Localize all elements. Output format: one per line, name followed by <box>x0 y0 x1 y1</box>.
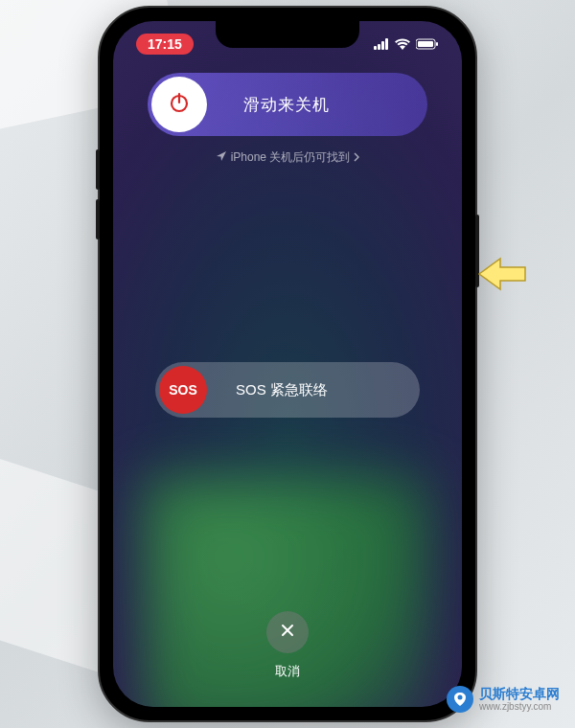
chevron-right-icon <box>354 151 359 165</box>
annotation-arrow-icon <box>477 255 527 293</box>
power-icon <box>168 91 191 118</box>
find-my-text: iPhone 关机后仍可找到 <box>231 149 351 166</box>
watermark-title: 贝斯特安卓网 <box>479 687 560 701</box>
phone-screen: 17:15 滑动来关机 <box>113 21 462 707</box>
cancel-label: 取消 <box>275 663 300 680</box>
power-off-knob[interactable] <box>151 77 207 132</box>
status-time-pill: 17:15 <box>136 34 194 55</box>
watermark-text: 贝斯特安卓网 www.zjbstyy.com <box>479 687 560 712</box>
status-indicators <box>374 38 439 50</box>
watermark-logo-icon <box>447 686 473 713</box>
volume-down-button[interactable] <box>96 199 100 239</box>
close-icon <box>279 622 296 643</box>
find-my-iphone-link[interactable]: iPhone 关机后仍可找到 <box>113 149 462 166</box>
cancel-button[interactable] <box>266 611 309 653</box>
watermark-url: www.zjbstyy.com <box>479 701 560 712</box>
power-off-label: 滑动来关机 <box>243 94 330 116</box>
watermark: 贝斯特安卓网 www.zjbstyy.com <box>447 686 560 713</box>
svg-rect-5 <box>418 41 433 47</box>
sos-label: SOS 紧急联络 <box>236 381 328 399</box>
svg-rect-0 <box>374 46 377 50</box>
svg-point-9 <box>458 695 463 700</box>
notch <box>216 21 359 48</box>
wifi-icon <box>395 38 410 50</box>
volume-up-button[interactable] <box>96 149 100 190</box>
emergency-sos-slider[interactable]: SOS SOS 紧急联络 <box>155 362 420 418</box>
sos-badge-text: SOS <box>169 382 197 398</box>
svg-rect-1 <box>378 44 380 50</box>
cancel-area: 取消 <box>113 611 462 680</box>
svg-rect-2 <box>381 41 384 50</box>
sos-knob[interactable]: SOS <box>159 366 207 414</box>
phone-device-frame: 17:15 滑动来关机 <box>98 6 477 722</box>
svg-rect-6 <box>436 42 438 46</box>
battery-icon <box>416 38 439 50</box>
location-icon <box>216 150 227 165</box>
slide-to-power-off[interactable]: 滑动来关机 <box>148 73 427 136</box>
svg-rect-3 <box>385 38 388 50</box>
cellular-signal-icon <box>374 38 389 50</box>
